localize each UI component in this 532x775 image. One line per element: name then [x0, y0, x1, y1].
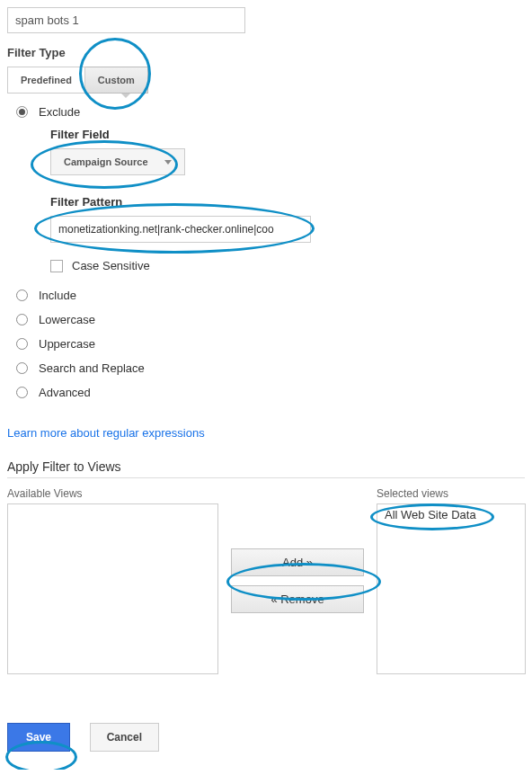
radio-advanced-label: Advanced: [39, 386, 91, 399]
radio-lowercase-label: Lowercase: [39, 313, 95, 326]
selected-views-listbox[interactable]: All Web Site Data: [377, 503, 526, 674]
radio-exclude-label: Exclude: [39, 105, 80, 119]
radio-uppercase-row[interactable]: Uppercase: [16, 337, 525, 351]
filter-type-tabs: Predefined Custom: [7, 67, 525, 94]
apply-filter-label: Apply Filter to Views: [7, 459, 525, 474]
radio-exclude[interactable]: [16, 106, 28, 118]
radio-include-row[interactable]: Include: [16, 289, 525, 302]
radio-uppercase-label: Uppercase: [39, 337, 95, 351]
radio-include-label: Include: [39, 289, 76, 302]
available-views-label: Available Views: [7, 487, 218, 500]
available-views-listbox[interactable]: [7, 503, 218, 674]
filter-name-input[interactable]: [7, 7, 245, 33]
case-sensitive-row[interactable]: Case Sensitive: [50, 259, 525, 272]
filter-field-dropdown[interactable]: Campaign Source: [50, 148, 185, 175]
filter-pattern-input[interactable]: [50, 216, 311, 243]
case-sensitive-label: Case Sensitive: [72, 259, 150, 272]
radio-lowercase[interactable]: [16, 314, 28, 325]
tab-predefined[interactable]: Predefined: [7, 67, 85, 94]
remove-button[interactable]: « Remove: [231, 585, 364, 613]
filter-field-label: Filter Field: [50, 128, 525, 141]
filter-field-value: Campaign Source: [64, 156, 148, 167]
cancel-button[interactable]: Cancel: [90, 723, 159, 752]
chevron-down-icon: [164, 160, 172, 165]
selected-views-label: Selected views: [377, 487, 526, 500]
filter-type-label: Filter Type: [7, 46, 525, 59]
tab-custom[interactable]: Custom: [85, 67, 148, 94]
radio-search-replace-label: Search and Replace: [39, 361, 145, 375]
radio-exclude-row[interactable]: Exclude: [16, 105, 525, 119]
list-item[interactable]: All Web Site Data: [377, 504, 525, 525]
radio-uppercase[interactable]: [16, 338, 28, 350]
radio-search-replace[interactable]: [16, 362, 28, 374]
radio-advanced[interactable]: [16, 387, 28, 398]
filter-pattern-label: Filter Pattern: [50, 195, 525, 209]
case-sensitive-checkbox[interactable]: [50, 260, 63, 272]
radio-lowercase-row[interactable]: Lowercase: [16, 313, 525, 326]
radio-include[interactable]: [16, 290, 28, 301]
radio-advanced-row[interactable]: Advanced: [16, 386, 525, 399]
save-button[interactable]: Save: [7, 723, 70, 752]
regex-learn-link[interactable]: Learn more about regular expressions: [7, 426, 205, 440]
radio-search-replace-row[interactable]: Search and Replace: [16, 361, 525, 375]
add-button[interactable]: Add »: [231, 548, 364, 576]
divider: [7, 477, 525, 478]
